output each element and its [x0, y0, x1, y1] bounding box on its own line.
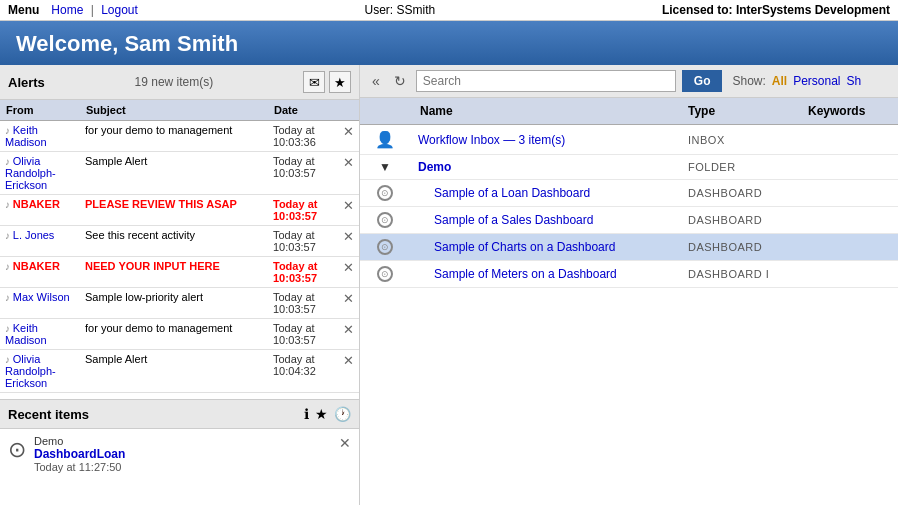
alert-from-cell: ♪ Keith Madison: [0, 121, 80, 152]
right-panel: « ↻ Go Show: All Personal Sh Name Type K…: [360, 65, 898, 505]
alert-close-btn[interactable]: ✕: [343, 260, 354, 275]
alert-subject-cell: PLEASE REVIEW THIS ASAP: [80, 195, 268, 226]
alert-row[interactable]: ♪ Keith Madison for your demo to managem…: [0, 121, 359, 152]
nav-links: Home | Logout: [51, 3, 138, 17]
right-toolbar: « ↻ Go Show: All Personal Sh: [360, 65, 898, 98]
right-content[interactable]: Name Type Keywords 👤 Workflow Inbox — 3 …: [360, 98, 898, 505]
content-type-cell: Dashboard: [678, 180, 798, 207]
alert-row[interactable]: ♪ Olivia Randolph-Erickson Sample Alert …: [0, 152, 359, 195]
user-name: SSmith: [397, 3, 436, 17]
alert-close-cell: ✕: [338, 319, 359, 350]
alert-close-btn[interactable]: ✕: [343, 198, 354, 213]
alerts-star-icon[interactable]: ★: [329, 71, 351, 93]
row-icon-cell: ▼: [360, 155, 410, 180]
topbar: Menu Home | Logout User: SSmith Licensed…: [0, 0, 898, 21]
alerts-header: Alerts 19 new item(s) ✉ ★: [0, 65, 359, 100]
content-name-cell: Sample of a Loan Dashboard: [410, 180, 678, 207]
alert-from-cell: ♪ NBAKER: [0, 257, 80, 288]
content-name-link[interactable]: Sample of a Loan Dashboard: [434, 186, 590, 200]
alert-from-cell: ♪ Keith Madison: [0, 319, 80, 350]
alert-from[interactable]: Olivia Randolph-Erickson: [5, 353, 56, 389]
content-type-cell: Dashboard: [678, 234, 798, 261]
recent-star-icon[interactable]: ★: [315, 406, 328, 422]
content-keywords-cell: [798, 234, 898, 261]
recent-icons: ℹ ★ 🕐: [304, 406, 351, 422]
content-row[interactable]: ⊙ Sample of a Loan Dashboard Dashboard: [360, 180, 898, 207]
alert-row[interactable]: ♪ NBAKER NEED YOUR INPUT HERE Today at10…: [0, 257, 359, 288]
logout-link[interactable]: Logout: [101, 3, 138, 17]
alert-close-cell: ✕: [338, 350, 359, 393]
back-button[interactable]: «: [368, 71, 384, 91]
alert-from[interactable]: NBAKER: [13, 260, 60, 272]
alert-date: Today at10:03:57: [273, 155, 316, 179]
menu-button[interactable]: Menu: [8, 3, 39, 17]
alert-date-cell: Today at10:03:57: [268, 226, 338, 257]
recent-info-icon[interactable]: ℹ: [304, 406, 309, 422]
alert-date-cell: Today at10:03:36: [268, 121, 338, 152]
alert-date: Today at10:04:32: [273, 353, 316, 377]
alert-subject: See this recent activity: [85, 229, 195, 241]
content-row[interactable]: 👤 Workflow Inbox — 3 item(s) Inbox: [360, 125, 898, 155]
alert-from[interactable]: L. Jones: [13, 229, 55, 241]
recent-close-btn[interactable]: ✕: [339, 435, 351, 451]
recent-content: ⊙ Demo DashboardLoan Today at 11:27:50 ✕: [0, 429, 359, 479]
recent-item-info: Demo DashboardLoan Today at 11:27:50: [34, 435, 125, 473]
recent-title: Recent items: [8, 407, 89, 422]
search-input[interactable]: [416, 70, 676, 92]
alert-close-btn[interactable]: ✕: [343, 291, 354, 306]
alert-from[interactable]: Max Wilson: [13, 291, 70, 303]
content-type-cell: Dashboard: [678, 207, 798, 234]
alert-close-btn[interactable]: ✕: [343, 229, 354, 244]
content-name-cell: Sample of Charts on a Dashboard: [410, 234, 678, 261]
alert-from-cell: ♪ Olivia Randolph-Erickson: [0, 152, 80, 195]
alert-close-btn[interactable]: ✕: [343, 322, 354, 337]
content-name-link[interactable]: Workflow Inbox — 3 item(s): [418, 133, 565, 147]
home-link[interactable]: Home: [51, 3, 83, 17]
recent-item-date: Today at 11:27:50: [34, 461, 125, 473]
show-personal-link[interactable]: Personal: [793, 74, 840, 88]
alert-subject: Sample Alert: [85, 353, 147, 365]
content-name-link[interactable]: Sample of Meters on a Dashboard: [434, 267, 617, 281]
recent-section: Recent items ℹ ★ 🕐 ⊙ Demo DashboardLoan …: [0, 400, 359, 505]
alert-close-cell: ✕: [338, 152, 359, 195]
alert-from[interactable]: NBAKER: [13, 198, 60, 210]
content-name-link[interactable]: Sample of a Sales Dashboard: [434, 213, 593, 227]
alert-close-btn[interactable]: ✕: [343, 124, 354, 139]
alert-close-btn[interactable]: ✕: [343, 155, 354, 170]
alerts-email-icon[interactable]: ✉: [303, 71, 325, 93]
alert-row[interactable]: ♪ Max Wilson Sample low-priority alert T…: [0, 288, 359, 319]
alert-close-btn[interactable]: ✕: [343, 353, 354, 368]
show-all-link[interactable]: All: [772, 74, 787, 88]
show-sh-link[interactable]: Sh: [847, 74, 862, 88]
alert-subject-cell: Sample low-priority alert: [80, 288, 268, 319]
col-name: [360, 98, 410, 125]
alert-subject-cell: See this recent activity: [80, 226, 268, 257]
alert-row[interactable]: ♪ Keith Madison for your demo to managem…: [0, 319, 359, 350]
alerts-table-wrap[interactable]: From Subject Date ♪ Keith Madison for yo…: [0, 100, 359, 399]
refresh-button[interactable]: ↻: [390, 71, 410, 91]
alert-close-cell: ✕: [338, 288, 359, 319]
alert-row[interactable]: ♪ Olivia Randolph-Erickson Sample Alert …: [0, 350, 359, 393]
alert-from[interactable]: Olivia Randolph-Erickson: [5, 155, 56, 191]
dashboard-icon: ⊙: [377, 185, 393, 201]
content-type-cell: Dashboard I: [678, 261, 798, 288]
alert-row[interactable]: ♪ NBAKER PLEASE REVIEW THIS ASAP Today a…: [0, 195, 359, 226]
dashboard-icon: ⊙: [377, 266, 393, 282]
alert-date: Today at10:03:57: [273, 291, 316, 315]
layout: Alerts 19 new item(s) ✉ ★ From Subject D…: [0, 65, 898, 505]
content-row[interactable]: ⊙ Sample of Meters on a Dashboard Dashbo…: [360, 261, 898, 288]
row-icon-cell: ⊙: [360, 261, 410, 288]
content-name-link[interactable]: Sample of Charts on a Dashboard: [434, 240, 615, 254]
alert-close-cell: ✕: [338, 195, 359, 226]
license-info: Licensed to: InterSystems Development: [662, 3, 890, 17]
content-row[interactable]: ⊙ Sample of Charts on a Dashboard Dashbo…: [360, 234, 898, 261]
content-row[interactable]: ⊙ Sample of a Sales Dashboard Dashboard: [360, 207, 898, 234]
alert-row[interactable]: ♪ L. Jones See this recent activity Toda…: [0, 226, 359, 257]
content-name-link[interactable]: Demo: [418, 160, 451, 174]
folder-arrow-icon[interactable]: ▼: [379, 160, 391, 174]
recent-clock-icon[interactable]: 🕐: [334, 406, 351, 422]
content-row[interactable]: ▼ Demo Folder: [360, 155, 898, 180]
go-button[interactable]: Go: [682, 70, 723, 92]
recent-item-name[interactable]: DashboardLoan: [34, 447, 125, 461]
col-name-label: Name: [410, 98, 678, 125]
